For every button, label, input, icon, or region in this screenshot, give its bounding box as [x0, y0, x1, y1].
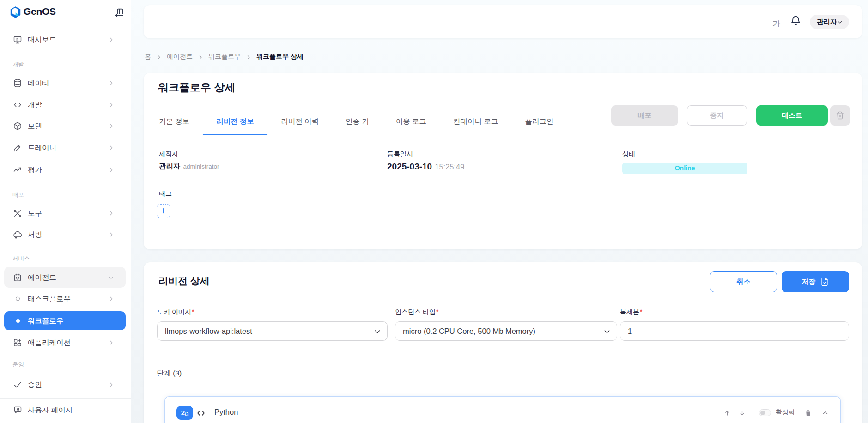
save-button[interactable]: 저장 [782, 271, 849, 292]
tab-usage-log[interactable]: 이용 로그 [382, 109, 440, 135]
tab-plugin[interactable]: 플러그인 [511, 109, 567, 135]
sidebar-item-approval[interactable]: 승인 [4, 375, 126, 394]
sidebar-collapse-icon[interactable] [114, 7, 124, 18]
sidebar-item-model[interactable]: 모델 [4, 117, 126, 135]
status-badge: Online [622, 163, 747, 174]
workflow-bullet-icon [16, 319, 20, 323]
chevron-right-icon [108, 232, 114, 238]
step-trash-icon[interactable] [804, 408, 812, 418]
created-label: 등록일시 [387, 150, 413, 158]
tab-revision-history[interactable]: 리비전 이력 [267, 109, 332, 135]
database-icon [13, 79, 22, 88]
sidebar-item-tools[interactable]: 도구 [4, 204, 126, 223]
tab-basic-info[interactable]: 기본 정보 [146, 109, 203, 135]
chevron-right-icon [108, 37, 114, 43]
code-icon [13, 100, 22, 109]
creator-value: 관리자administrator [159, 162, 219, 171]
chevron-right-icon [108, 145, 114, 151]
chevron-right-icon [108, 123, 114, 129]
sidebar-item-trainer[interactable]: 트레이너 [4, 139, 126, 157]
font-size-button[interactable]: 가 [772, 18, 780, 29]
cube-icon [13, 121, 22, 131]
sidebar-item-evaluation[interactable]: 평가 [4, 161, 126, 179]
chevron-down-icon [108, 274, 114, 280]
tab-revision-info[interactable]: 리비전 정보 [203, 109, 267, 135]
chevron-right-icon [108, 296, 114, 302]
instance-type-label: 인스턴스 타입* [395, 308, 438, 316]
revision-title: 리비전 상세 [158, 274, 210, 287]
docker-image-label: 도커 이미지* [157, 308, 194, 316]
move-up-icon[interactable] [724, 408, 731, 418]
breadcrumb: 홈 에이전트 워크플로우 워크플로우 상세 [145, 53, 303, 61]
instance-type-select[interactable]: micro (0.2 CPU Core, 500 Mb Memory) [395, 321, 617, 341]
sidebar-item-serving[interactable]: 서빙 [4, 225, 126, 244]
tab-bar: 기본 정보 리비전 정보 리비전 이력 인증 키 이용 로그 컨테이너 로그 플… [146, 109, 567, 135]
revision-detail-card: 리비전 상세 취소 저장 도커 이미지* 인스턴스 타입* 복제본* llmop… [144, 262, 862, 423]
sidebar-section-ops: 운영 [12, 361, 24, 369]
chevron-right-icon [198, 54, 203, 60]
move-down-icon[interactable] [739, 408, 746, 418]
step-card-python: 2/3 Python 활성화 [164, 396, 841, 423]
logo-text: GenOS [24, 6, 56, 17]
activate-label: 활성화 [776, 408, 795, 417]
test-button[interactable]: 테스트 [756, 105, 828, 126]
stop-button[interactable]: 중지 [687, 105, 747, 126]
sidebar-item-taskflow[interactable]: 태스크플로우 [4, 290, 126, 308]
replica-label: 복제본* [620, 308, 642, 316]
docker-image-select[interactable]: llmops-workflow-api:latest [157, 321, 388, 341]
tag-label: 태그 [159, 190, 172, 198]
chevron-down-icon [837, 19, 843, 25]
steps-label: 단계 (3) [157, 369, 182, 378]
breadcrumb-agent[interactable]: 에이전트 [167, 53, 193, 61]
delete-button[interactable] [830, 105, 850, 126]
add-tag-button[interactable] [157, 204, 170, 218]
chevron-down-icon [603, 328, 611, 335]
creator-label: 제작자 [159, 150, 178, 158]
sidebar-item-agent[interactable]: 에이전트 [4, 267, 126, 288]
replica-input[interactable]: 1 [620, 321, 849, 341]
user-page-icon [13, 405, 22, 415]
sidebar-item-workflow[interactable]: 워크플로우 [4, 311, 126, 330]
collapse-step-icon[interactable] [822, 410, 829, 417]
sidebar-item-data[interactable]: 데이터 [4, 74, 126, 92]
logo: GenOS [9, 6, 122, 19]
dashboard-icon [13, 35, 22, 44]
step-name: Python [214, 408, 238, 417]
breadcrumb-current: 워크플로우 상세 [256, 53, 303, 61]
pencil-icon [13, 143, 22, 152]
deploy-button[interactable]: 배포 [611, 105, 678, 126]
user-name: 관리자 [817, 18, 837, 26]
sidebar-item-application[interactable]: 애플리케이션 [4, 333, 126, 352]
tab-auth-key[interactable]: 인증 키 [332, 109, 382, 135]
cloud-icon [13, 230, 22, 239]
chevron-down-icon [374, 328, 381, 335]
agent-icon [13, 273, 22, 282]
chevron-right-icon [108, 80, 114, 86]
genos-logo-icon [9, 6, 22, 18]
sidebar-divider [0, 398, 131, 399]
user-menu[interactable]: 관리자 [810, 15, 849, 29]
steps-divider [159, 383, 847, 383]
breadcrumb-workflow[interactable]: 워크플로우 [208, 53, 241, 61]
chevron-right-icon [108, 340, 114, 346]
sidebar-item-dashboard[interactable]: 대시보드 [4, 30, 126, 49]
chevron-right-icon [108, 102, 114, 108]
topbar: 가 관리자 [144, 5, 862, 38]
cancel-button[interactable]: 취소 [710, 271, 777, 292]
check-icon [13, 380, 22, 389]
page-title: 워크플로우 상세 [158, 80, 235, 95]
sidebar-item-userpage[interactable]: 사용자 페이지 [4, 401, 126, 419]
save-doc-icon [820, 277, 829, 286]
trash-icon [836, 111, 844, 120]
breadcrumb-home[interactable]: 홈 [145, 53, 151, 61]
sidebar-section-deploy: 배포 [12, 191, 24, 199]
sidebar-item-develop[interactable]: 개발 [4, 96, 126, 114]
chevron-right-icon [108, 211, 114, 217]
notification-bell-icon[interactable] [790, 15, 801, 27]
taskflow-bullet-icon [16, 297, 20, 301]
chevron-right-icon [246, 54, 251, 60]
workflow-detail-card: 워크플로우 상세 기본 정보 리비전 정보 리비전 이력 인증 키 이용 로그 … [144, 73, 862, 249]
created-value: 2025-03-1015:25:49 [387, 162, 464, 172]
tab-container-log[interactable]: 컨테이너 로그 [440, 109, 511, 135]
activate-toggle[interactable] [759, 409, 771, 416]
